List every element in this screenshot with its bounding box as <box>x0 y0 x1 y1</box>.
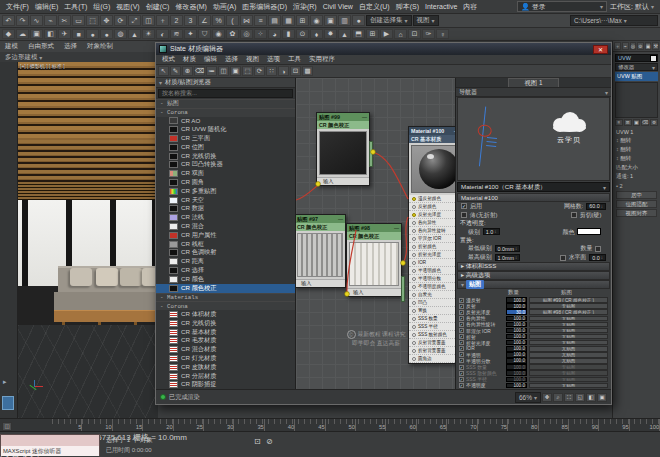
browser-list-item[interactable]: CR 距离 <box>156 257 295 266</box>
close-icon[interactable]: ✕ <box>593 45 608 54</box>
menu-item[interactable]: 文件(F) <box>3 3 32 10</box>
modifier-list-dropdown[interactable]: 修改器▾ <box>615 63 658 71</box>
slate-menu-item[interactable]: 工具 <box>284 55 305 64</box>
toolbar-icon[interactable]: ( <box>226 15 239 26</box>
slot-socket[interactable] <box>412 301 416 305</box>
ribbon-tab[interactable]: 对象绘制 <box>82 41 118 52</box>
workspace-dropdown[interactable]: 工作区: 默认 ▾ <box>607 2 657 12</box>
modifier-stack-list[interactable] <box>615 82 658 118</box>
browser-list-item[interactable]: CR 线框 <box>156 240 295 249</box>
map-amount-spinner[interactable]: 100.0 <box>506 346 527 352</box>
browser-list-item[interactable]: CR 数据 <box>156 205 295 214</box>
toolbar-icon[interactable]: ● <box>86 29 99 39</box>
project-path-dropdown[interactable]: C:\Users\···\Max▾ <box>570 15 658 26</box>
toolbar-icon[interactable]: ⛉ <box>198 29 211 39</box>
opacity-level-spinner[interactable]: 1.0↕ <box>483 228 500 235</box>
slot-socket[interactable] <box>412 325 416 329</box>
toolbar-icon[interactable]: ▲ <box>128 29 141 39</box>
map-enable-checkbox[interactable]: ✓ <box>459 334 464 339</box>
slot-socket[interactable] <box>412 197 416 201</box>
toolbar-icon[interactable]: ☁ <box>16 29 29 39</box>
map-slot-button[interactable]: 无贴图 <box>529 334 608 340</box>
view-control-icon[interactable]: ⌕ <box>553 393 563 402</box>
menu-item[interactable]: 自定义(U) <box>356 3 393 10</box>
browser-list-item[interactable]: CR UVW 随机化 <box>156 125 295 134</box>
toolbar-icon[interactable]: ⊞ <box>366 29 379 39</box>
slate-tool-icon[interactable]: ◫ <box>218 66 229 76</box>
toolbar-icon[interactable]: ✑ <box>422 29 435 39</box>
command-panel-tab-icon[interactable]: ⚒ <box>652 42 659 50</box>
material-slot[interactable]: 各向异性旋转 <box>409 227 456 235</box>
node-view[interactable]: 贴图 #99— CR 颜色校正 输入 贴图 #97— CR 颜色校正 输入 贴图… <box>296 78 456 389</box>
slate-title-bar[interactable]: Slate 材质编辑器 ✕ <box>156 43 611 55</box>
browser-list-item[interactable]: CR 体积材质 <box>156 310 295 319</box>
browser-list-item[interactable]: CR 用户属性 <box>156 231 295 240</box>
map-amount-spinner[interactable]: 30.0 <box>506 309 527 315</box>
browser-list-item[interactable]: CR 光线切换 <box>156 152 295 161</box>
map-slot-button[interactable]: 无贴图 <box>529 377 608 383</box>
command-panel-row[interactable]: 通道: 1 <box>613 172 660 181</box>
toolbar-icon[interactable]: ◆ <box>2 29 15 39</box>
ribbon-tab[interactable]: 选择 <box>59 41 82 52</box>
toolbar-icon[interactable]: ∠ <box>198 15 211 26</box>
view-control-icon[interactable]: ⛶ <box>564 393 574 402</box>
material-slot[interactable]: 漫反射颜色 <box>409 195 456 203</box>
disp-amount-checkbox[interactable] <box>595 246 601 252</box>
slot-socket[interactable] <box>412 285 416 289</box>
material-slot[interactable]: IOR <box>409 259 456 267</box>
slot-socket[interactable] <box>412 277 416 281</box>
map-slot-button[interactable]: 无贴图 <box>529 358 608 364</box>
slot-socket[interactable] <box>412 357 416 361</box>
toolbar-icon[interactable]: ▥ <box>338 15 351 26</box>
browser-list-item[interactable]: CR 颜色校正 <box>156 284 295 293</box>
slot-socket[interactable] <box>412 253 416 257</box>
browser-list-item[interactable]: CR 分层材质 <box>156 372 295 381</box>
command-panel-row[interactable]: 视图对齐 <box>616 209 657 217</box>
slot-socket[interactable] <box>412 205 416 209</box>
rollout-volume-sss[interactable]: ▸ 体积和SSS <box>457 262 610 271</box>
map-node-98[interactable]: 贴图 #98— CR 颜色校正 输入 <box>346 223 402 297</box>
toolbar-icon[interactable]: ≡ <box>254 15 267 26</box>
toolbar-icon[interactable]: ≋ <box>170 29 183 39</box>
toolbar-icon[interactable]: ▤ <box>268 15 281 26</box>
map-amount-spinner[interactable]: 100.0 <box>506 352 527 358</box>
toolbar-icon[interactable]: ✂ <box>58 15 71 26</box>
slate-menu-item[interactable]: 编辑 <box>200 55 221 64</box>
browser-list-item[interactable]: CR 毛发材质 <box>156 337 295 346</box>
toolbar-icon[interactable]: ◉ <box>310 15 323 26</box>
menu-item[interactable]: 创建(C) <box>143 3 173 10</box>
command-panel-row[interactable]: 位图适配 <box>616 200 657 208</box>
map-enable-checkbox[interactable]: ✓ <box>459 298 464 303</box>
menu-item[interactable]: 视图(V) <box>113 3 142 10</box>
material-slot[interactable]: 半透明分数 <box>409 275 456 283</box>
map-amount-spinner[interactable]: 100.0 <box>506 328 527 334</box>
remove-modifier-icon[interactable]: ⌫ <box>641 119 649 126</box>
material-slot[interactable]: SSS 数量 <box>409 315 456 323</box>
slate-tool-icon[interactable]: ⌫ <box>194 66 205 76</box>
material-slot[interactable]: 折射光泽度 <box>409 251 456 259</box>
slate-tool-icon[interactable]: ▣ <box>230 66 241 76</box>
slot-socket[interactable] <box>412 245 416 249</box>
map-enable-checkbox[interactable]: ✓ <box>459 316 464 321</box>
material-slot[interactable]: 置换 <box>409 307 456 315</box>
map-slot-button[interactable]: 无贴图 <box>529 316 608 322</box>
toolbar-icon[interactable]: ⋈ <box>240 15 253 26</box>
make-unique-icon[interactable]: ▣ <box>633 119 641 126</box>
map-enable-checkbox[interactable]: ✓ <box>459 328 464 333</box>
show-end-result-icon[interactable]: ⊞ <box>624 119 632 126</box>
command-panel-row[interactable]: • 2 <box>613 181 660 190</box>
minimize-icon[interactable]: — <box>394 225 399 231</box>
ribbon-tab[interactable]: 自由形式 <box>23 41 59 52</box>
material-slot[interactable]: 菲涅尔 IOR <box>409 235 456 243</box>
command-panel-tab-icon[interactable]: ⊚ <box>637 42 644 50</box>
slate-tool-icon[interactable]: ⊡ <box>290 66 301 76</box>
browser-list-item[interactable]: - Materials <box>156 293 295 302</box>
slot-socket[interactable] <box>412 221 416 225</box>
toolbar-icon[interactable]: ◕ <box>268 29 281 39</box>
toolbar-icon[interactable]: ⊞ <box>296 15 309 26</box>
map-slot-button[interactable]: 无贴图 <box>529 303 608 309</box>
output-socket[interactable] <box>401 276 405 302</box>
toolbar-icon[interactable]: ◫ <box>142 15 155 26</box>
toolbar-icon[interactable]: ▮ <box>282 29 295 39</box>
browser-list-item[interactable]: CR 多重贴图 <box>156 187 295 196</box>
